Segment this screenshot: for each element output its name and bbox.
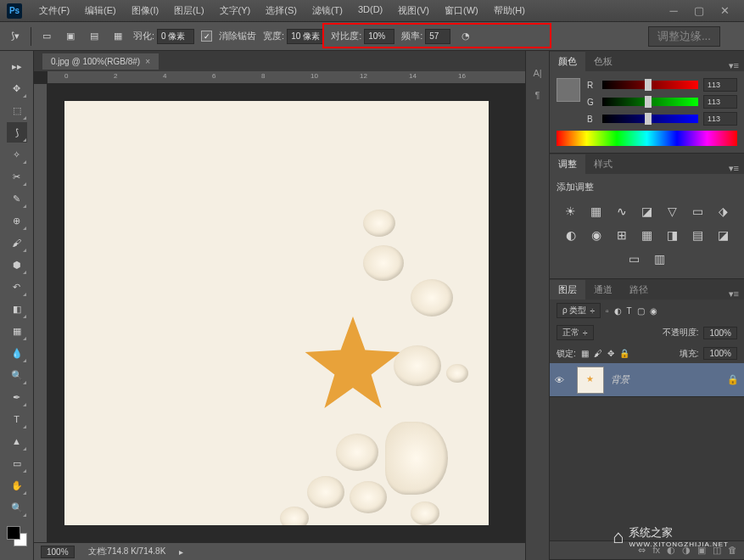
opacity-input[interactable]: 100% (703, 327, 737, 339)
character-panel-icon[interactable]: A| (533, 68, 541, 78)
tab-channels[interactable]: 通道 (585, 280, 621, 300)
history-brush-tool[interactable]: ↶ (7, 277, 27, 297)
paragraph-panel-icon[interactable]: ¶ (535, 90, 540, 100)
brush-tool[interactable]: 🖌 (7, 232, 27, 253)
b-slider[interactable] (602, 115, 698, 123)
lock-all-icon[interactable]: 🔒 (619, 349, 629, 358)
magic-wand-tool[interactable]: ✧ (7, 144, 27, 165)
fill-input[interactable]: 100% (703, 347, 737, 360)
tab-paths[interactable]: 路径 (621, 280, 657, 300)
menu-image[interactable]: 图像(I) (125, 2, 165, 20)
minimize-button[interactable]: ─ (661, 3, 686, 20)
panel-menu-icon[interactable]: ▾≡ (724, 288, 744, 300)
maximize-button[interactable]: ▢ (686, 3, 712, 20)
vertical-ruler[interactable] (34, 84, 48, 542)
r-value[interactable]: 113 (703, 78, 737, 92)
menu-help[interactable]: 帮助(H) (487, 2, 532, 20)
new-selection-icon[interactable]: ▭ (38, 28, 55, 45)
blend-mode-select[interactable]: 正常 ÷ (557, 325, 594, 340)
stamp-tool[interactable]: ⬢ (7, 255, 27, 275)
tab-color[interactable]: 颜色 (550, 52, 585, 71)
filter-shape-icon[interactable]: ▢ (637, 306, 645, 316)
color-spectrum[interactable] (557, 131, 737, 146)
delete-layer-icon[interactable]: 🗑 (728, 545, 737, 556)
tab-swatches[interactable]: 色板 (585, 52, 621, 71)
panel-menu-icon[interactable]: ▾≡ (724, 60, 744, 71)
lock-paint-icon[interactable]: 🖌 (594, 349, 602, 358)
zoom-level[interactable]: 100% (41, 546, 75, 558)
filter-pixel-icon[interactable]: ▫ (606, 306, 609, 316)
contrast-input[interactable] (364, 29, 394, 44)
zoom-tool[interactable]: 🔍 (7, 497, 27, 518)
doc-info-arrow-icon[interactable]: ▸ (179, 547, 183, 557)
curves-icon[interactable]: ∿ (613, 204, 630, 219)
add-selection-icon[interactable]: ▣ (62, 28, 79, 45)
marquee-tool[interactable]: ⬚ (7, 100, 27, 120)
path-select-tool[interactable]: ▲ (7, 431, 27, 451)
lock-position-icon[interactable]: ✥ (607, 349, 614, 358)
bw-icon[interactable]: ◐ (562, 227, 579, 243)
intersect-selection-icon[interactable]: ▦ (109, 28, 126, 45)
gradient-map-icon[interactable]: ▭ (626, 251, 643, 266)
g-slider[interactable] (602, 98, 698, 106)
pen-pressure-icon[interactable]: ◔ (457, 28, 474, 45)
menu-select[interactable]: 选择(S) (259, 2, 304, 20)
tab-close-icon[interactable]: × (145, 57, 150, 66)
photo-filter-icon[interactable]: ◉ (588, 227, 605, 243)
menu-type[interactable]: 文字(Y) (213, 2, 258, 20)
panel-menu-icon[interactable]: ▾≡ (724, 163, 744, 174)
tab-styles[interactable]: 样式 (585, 154, 621, 174)
layer-filter-kind[interactable]: ρ 类型 ÷ (557, 303, 601, 318)
healing-tool[interactable]: ⊕ (7, 210, 27, 231)
filter-adjust-icon[interactable]: ◐ (614, 306, 622, 316)
eraser-tool[interactable]: ◧ (7, 299, 27, 319)
blur-tool[interactable]: 💧 (7, 343, 27, 363)
menu-3d[interactable]: 3D(D) (351, 2, 389, 20)
close-button[interactable]: ✕ (712, 3, 737, 20)
expand-icon[interactable]: ▸▸ (7, 56, 27, 76)
lookup-icon[interactable]: ▦ (639, 227, 656, 243)
subtract-selection-icon[interactable]: ▤ (86, 28, 103, 45)
active-color[interactable] (557, 78, 580, 102)
vibrance-icon[interactable]: ▽ (664, 204, 681, 219)
menu-window[interactable]: 窗口(W) (438, 2, 485, 20)
filter-text-icon[interactable]: T (627, 306, 632, 316)
hue-icon[interactable]: ▭ (690, 204, 707, 219)
g-value[interactable]: 113 (703, 95, 737, 109)
brightness-icon[interactable]: ☀ (562, 204, 579, 219)
lock-transparent-icon[interactable]: ▦ (581, 349, 589, 358)
layer-row-background[interactable]: 👁 背景 🔒 (550, 363, 744, 397)
move-tool[interactable]: ✥ (7, 78, 27, 98)
exposure-icon[interactable]: ◪ (639, 204, 656, 219)
filter-smart-icon[interactable]: ◉ (650, 306, 657, 316)
gradient-tool[interactable]: ▦ (7, 321, 27, 341)
invert-icon[interactable]: ◨ (664, 227, 681, 243)
type-tool[interactable]: T (7, 409, 27, 429)
b-value[interactable]: 113 (703, 112, 737, 126)
pen-tool[interactable]: ✒ (7, 387, 27, 407)
tab-adjustments[interactable]: 调整 (550, 154, 585, 174)
tool-preset-icon[interactable]: ⟆▾ (7, 28, 24, 45)
color-swatches[interactable] (7, 526, 27, 546)
levels-icon[interactable]: ▦ (588, 204, 605, 219)
menu-file[interactable]: 文件(F) (32, 2, 76, 20)
feather-input[interactable] (157, 29, 194, 44)
lasso-tool[interactable]: ⟆ (7, 122, 27, 143)
eyedropper-tool[interactable]: ✎ (7, 188, 27, 209)
antialias-checkbox[interactable]: ✓ (201, 31, 212, 42)
balance-icon[interactable]: ⬗ (715, 204, 732, 219)
layer-name[interactable]: 背景 (611, 373, 629, 386)
mixer-icon[interactable]: ⊞ (613, 227, 630, 243)
foreground-color[interactable] (7, 526, 20, 540)
document-tab[interactable]: 0.jpg @ 100%(RGB/8#) × (42, 53, 159, 70)
shape-tool[interactable]: ▭ (7, 453, 27, 473)
menu-layer[interactable]: 图层(L) (167, 2, 210, 20)
width-input[interactable] (287, 29, 324, 44)
menu-view[interactable]: 视图(V) (391, 2, 436, 20)
layer-thumbnail[interactable] (577, 367, 604, 394)
frequency-input[interactable] (425, 29, 450, 44)
horizontal-ruler[interactable]: 0 2 4 6 8 10 12 14 16 (48, 71, 525, 84)
threshold-icon[interactable]: ◪ (715, 227, 732, 243)
tab-layers[interactable]: 图层 (550, 280, 585, 300)
crop-tool[interactable]: ✂ (7, 166, 27, 187)
